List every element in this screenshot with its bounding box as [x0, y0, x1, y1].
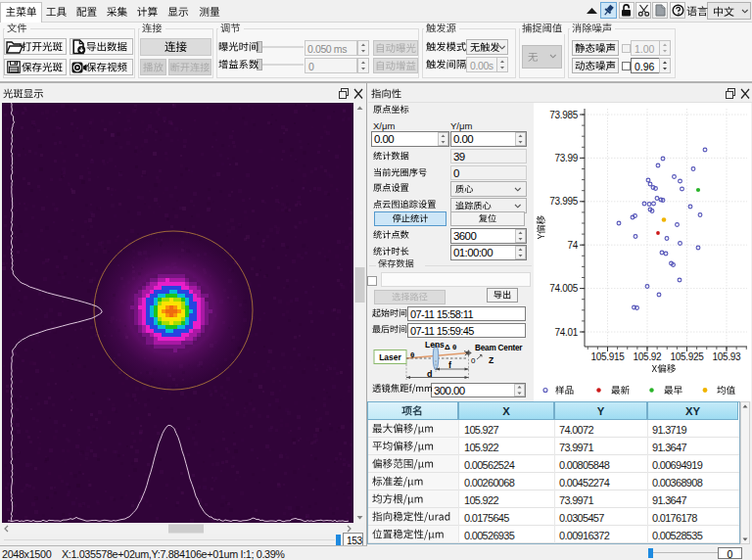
svg-text:73.99: 73.99: [554, 153, 578, 163]
svg-text:Δ θ: Δ θ: [445, 343, 456, 351]
svg-text:74: 74: [567, 240, 578, 251]
svg-text:θ: θ: [410, 350, 414, 359]
svg-text:Z: Z: [489, 355, 494, 365]
svg-text:105.915: 105.915: [590, 351, 625, 362]
svg-text:f: f: [448, 360, 452, 370]
svg-text:74.01: 74.01: [554, 327, 578, 338]
svg-text:d: d: [427, 369, 433, 379]
svg-text:0: 0: [471, 356, 476, 365]
svg-text:105.925: 105.925: [670, 351, 704, 362]
svg-text:Laser: Laser: [379, 352, 401, 362]
svg-text:105.93: 105.93: [713, 351, 742, 362]
svg-text:105.92: 105.92: [634, 351, 663, 362]
svg-text:74.005: 74.005: [549, 283, 579, 294]
svg-text:73.995: 73.995: [549, 196, 579, 207]
svg-text:Lens: Lens: [425, 340, 445, 350]
svg-text:Beam Center: Beam Center: [475, 344, 523, 352]
svg-text:73.985: 73.985: [549, 110, 579, 120]
